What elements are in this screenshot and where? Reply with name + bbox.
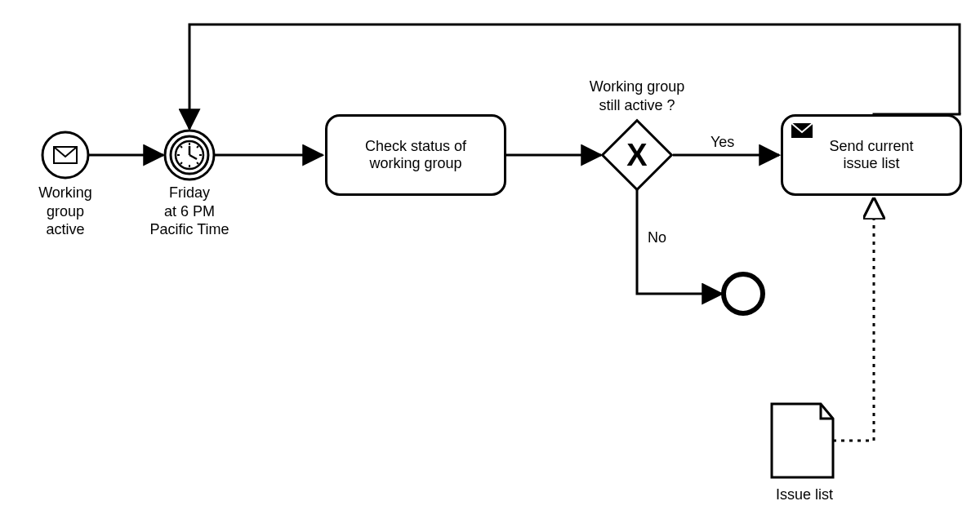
start-event [42, 132, 88, 178]
svg-rect-1 [54, 147, 77, 163]
svg-point-3 [171, 136, 208, 174]
data-association [833, 199, 874, 441]
start-event-label: Workinggroupactive [33, 184, 98, 239]
end-event [724, 274, 763, 313]
exclusive-gateway: X [603, 121, 672, 190]
task-check-status-label: Check status ofworking group [365, 138, 466, 172]
gateway-no-label: No [648, 228, 680, 247]
bpmn-canvas: X [0, 0, 980, 532]
envelope-icon [791, 123, 813, 142]
svg-point-4 [176, 141, 203, 169]
timer-event-label: Fridayat 6 PMPacific Time [140, 184, 238, 239]
svg-line-14 [189, 155, 197, 159]
task-send-issue-list: Send currentissue list [781, 114, 962, 196]
data-object-label: Issue list [760, 485, 849, 504]
svg-text:X: X [626, 138, 648, 172]
svg-rect-15 [603, 121, 672, 190]
timer-event [165, 131, 214, 180]
svg-point-0 [42, 132, 88, 178]
gateway-label: Working groupstill active ? [572, 78, 702, 114]
svg-point-2 [165, 131, 214, 180]
task-check-status: Check status ofworking group [325, 114, 506, 196]
svg-point-17 [724, 274, 763, 313]
svg-line-12 [197, 146, 198, 148]
data-object [772, 404, 833, 477]
gateway-yes-label: Yes [710, 133, 751, 152]
svg-line-11 [180, 162, 182, 164]
svg-line-9 [180, 146, 182, 148]
task-send-issue-list-label: Send currentissue list [829, 138, 913, 172]
svg-line-10 [197, 162, 198, 164]
